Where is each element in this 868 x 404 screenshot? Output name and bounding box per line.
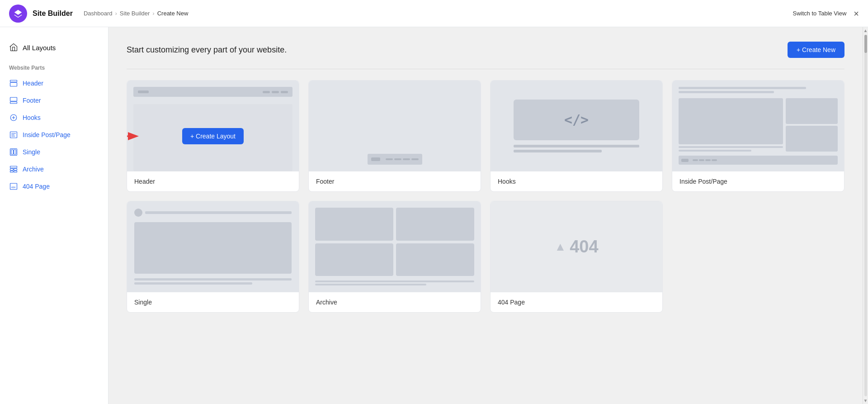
close-button[interactable]: × [854,9,859,18]
svg-rect-3 [10,102,17,104]
svg-rect-8 [14,150,16,155]
inside-main-block [679,98,783,144]
hooks-code-box: </> [514,100,639,140]
sidebar-item-footer[interactable]: Footer [0,92,108,109]
scrollbar-track[interactable] [864,35,867,396]
card-label-footer: Footer [309,171,481,191]
card-404[interactable]: ▲ 404 404 Page [490,201,663,313]
breadcrumb-dashboard[interactable]: Dashboard [84,10,113,17]
single-card-preview [127,201,299,292]
archive-icon [9,165,18,174]
main-heading: Start customizing every part of your web… [127,45,287,55]
app-title: Site Builder [33,10,73,18]
single-text-line-2 [134,282,252,285]
header-card-preview [127,81,299,171]
card-label-header: Header [127,171,299,191]
single-text-line-1 [134,278,292,280]
archive-card-1 [315,208,393,241]
card-label-archive: Archive [309,292,481,312]
single-avatar [134,209,142,217]
card-hooks[interactable]: </> Hooks [490,80,663,192]
sidebar-item-header[interactable]: Header [0,75,108,92]
404-triangle-icon: ▲ [554,240,566,254]
footer-bar [368,154,422,165]
svg-rect-13 [14,171,17,172]
archive-text-line-1 [315,280,474,282]
sidebar-item-label-footer: Footer [23,97,41,104]
hooks-line-1 [514,145,639,147]
cards-grid: + Create Layout Header [127,80,844,313]
sidebar-item-404[interactable]: 404 404 Page [0,178,108,195]
scrollbar-up-button[interactable]: ▲ [863,28,868,33]
create-layout-button[interactable]: + Create Layout [182,128,244,144]
hooks-icon [9,113,18,122]
archive-card-preview [309,201,481,292]
header-nav-bar [133,87,292,97]
archive-text-line-2 [315,284,426,285]
footer-bar-lines [386,158,419,160]
archive-grid [315,208,474,276]
inside-side-block-1 [786,98,838,124]
scrollbar-down-button[interactable]: ▼ [863,398,868,403]
404-icon: 404 [9,182,18,191]
app-logo[interactable] [9,5,27,23]
sidebar-item-label-archive: Archive [23,166,44,173]
single-avatar-row [134,209,292,217]
main-content: Start customizing every part of your web… [108,27,863,404]
archive-card-2 [396,208,474,241]
card-inside-post[interactable]: Inside Post/Page [672,80,844,192]
svg-rect-12 [10,171,14,172]
switch-view-button[interactable]: Switch to Table View [793,10,847,17]
sidebar-item-label-single: Single [23,148,40,156]
card-archive[interactable]: Archive [308,201,481,313]
hooks-line-2 [514,150,602,152]
card-single[interactable]: Single [127,201,299,313]
card-label-single: Single [127,292,299,312]
footer-icon [9,96,18,105]
inside-footer-lines [693,159,717,161]
svg-rect-7 [11,150,14,155]
sidebar-item-single[interactable]: Single [0,143,108,161]
sidebar-item-hooks[interactable]: Hooks [0,109,108,126]
404-text-group: ▲ 404 [554,237,598,257]
right-scrollbar[interactable]: ▲ ▼ [863,27,868,404]
home-icon [9,43,18,53]
single-big-block [134,222,292,274]
footer-btn-shape [371,157,380,161]
scrollbar-thumb[interactable] [864,35,867,53]
nav-links [263,91,288,93]
sidebar-item-label-hooks: Hooks [23,114,41,121]
create-new-button[interactable]: + Create New [788,42,844,58]
top-navigation: Site Builder Dashboard › Site Builder › … [0,0,868,27]
sidebar-section-title: Website Parts [0,65,108,75]
svg-rect-2 [10,97,17,101]
card-header[interactable]: + Create Layout Header [127,80,299,192]
sidebar-all-layouts[interactable]: All Layouts [0,38,108,57]
hooks-code-symbol: </> [564,112,589,128]
inside-cols [679,98,838,152]
svg-text:404: 404 [11,186,15,189]
breadcrumb-create-new: Create New [157,10,189,17]
sidebar-all-layouts-label: All Layouts [23,44,56,52]
inside-post-card-preview [672,81,844,171]
sidebar-item-label-inside-post: Inside Post/Page [23,131,71,138]
card-footer[interactable]: Footer [308,80,481,192]
single-icon [9,147,18,157]
sidebar-item-label-header: Header [23,80,43,87]
breadcrumb-sep-1: › [115,10,117,17]
breadcrumb: Dashboard › Site Builder › Create New [84,10,188,17]
single-name-line [145,211,292,214]
sidebar-item-label-404: 404 Page [23,183,50,190]
archive-text-lines [315,280,474,285]
inside-post-icon [9,130,18,139]
inside-line-1 [679,146,783,148]
card-label-hooks: Hooks [491,171,662,191]
archive-card-4 [396,243,474,276]
single-text-lines [134,278,292,285]
sidebar-item-archive[interactable]: Archive [0,161,108,178]
footer-card-preview [309,81,481,171]
breadcrumb-site-builder[interactable]: Site Builder [120,10,150,17]
main-header: Start customizing every part of your web… [127,42,844,58]
sidebar-item-inside-post[interactable]: Inside Post/Page [0,126,108,143]
inside-side-block-2 [786,126,838,152]
